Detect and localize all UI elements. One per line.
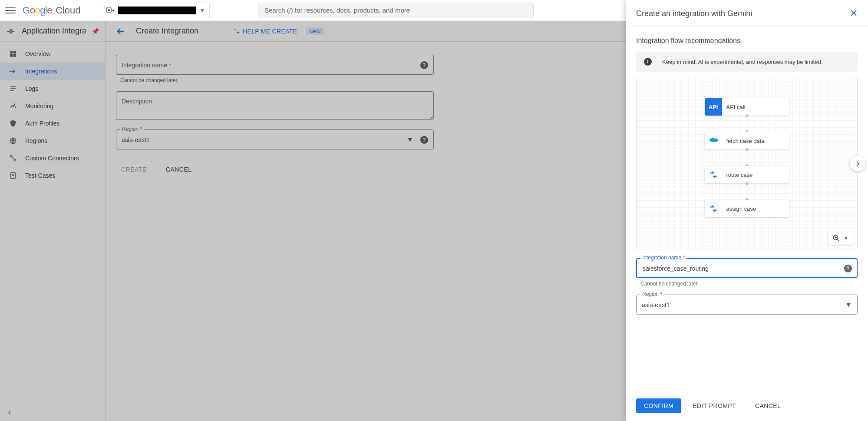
gemini-side-panel: Create an integration with Gemini ✕ Inte… <box>626 0 868 421</box>
panel-name-hint: Cannot be changed later. <box>640 281 858 287</box>
panel-cancel-button[interactable]: CANCEL <box>747 398 789 413</box>
panel-name-input[interactable] <box>642 265 844 272</box>
flow-wrapper: API API call fetch case data <box>636 78 858 249</box>
project-name-redacted <box>118 7 196 14</box>
node-label: fetch case data <box>722 138 765 144</box>
project-icon: ⦿• <box>106 7 115 14</box>
flow-node-api-call[interactable]: API API call <box>705 98 789 116</box>
node-label: assign case <box>722 206 756 212</box>
cloud-word: Cloud <box>56 5 80 16</box>
svg-line-15 <box>837 239 839 241</box>
ai-disclaimer-banner: i Keep in mind, AI is experimental, and … <box>636 52 858 72</box>
chevron-down-icon: ▼ <box>200 7 205 13</box>
project-selector[interactable]: ⦿• ▼ <box>101 3 210 18</box>
salesforce-icon <box>705 132 722 149</box>
flow-node-route-case[interactable]: route case <box>705 166 789 183</box>
panel-region-field[interactable]: Region * asia-east1 ▼ <box>636 295 858 315</box>
nav-menu-icon[interactable] <box>5 5 16 16</box>
panel-subtitle: Integration flow recommendations <box>636 37 858 45</box>
mapping-icon <box>705 166 722 183</box>
flow-canvas[interactable]: API API call fetch case data <box>636 78 858 249</box>
api-icon: API <box>705 98 722 116</box>
close-icon[interactable]: ✕ <box>848 6 859 21</box>
flow-connector <box>747 116 747 132</box>
mapping-icon <box>705 200 722 217</box>
chevron-down-icon: ▼ <box>844 235 848 241</box>
flow-node-fetch-case[interactable]: fetch case data <box>705 132 789 149</box>
google-word: Google <box>23 5 52 16</box>
region-label: Region * <box>640 291 664 297</box>
banner-text: Keep in mind, AI is experimental, and re… <box>662 59 822 65</box>
confirm-button[interactable]: CONFIRM <box>636 398 681 413</box>
google-cloud-logo[interactable]: Google Cloud <box>23 5 81 16</box>
panel-form: Integration name * ? Cannot be changed l… <box>636 258 858 315</box>
panel-footer: CONFIRM EDIT PROMPT CANCEL <box>626 391 868 421</box>
name-label: Integration name * <box>640 255 686 261</box>
search-input[interactable]: Search (/) for resources, docs, products… <box>258 3 534 18</box>
node-label: route case <box>722 172 753 178</box>
panel-integration-name-field[interactable]: Integration name * ? <box>636 258 858 278</box>
node-label: API call <box>722 104 746 110</box>
panel-header: Create an integration with Gemini ✕ <box>626 0 868 27</box>
flow-connector <box>747 149 747 166</box>
info-icon: i <box>644 58 652 66</box>
flow-connector <box>747 183 747 200</box>
panel-title: Create an integration with Gemini <box>636 9 752 18</box>
edit-prompt-button[interactable]: EDIT PROMPT <box>685 398 744 413</box>
help-icon[interactable]: ? <box>844 265 852 272</box>
zoom-control[interactable]: ▼ <box>828 232 853 245</box>
chevron-down-icon: ▼ <box>845 301 852 309</box>
flow-node-assign-case[interactable]: assign case <box>705 200 789 217</box>
region-value: asia-east1 <box>642 302 845 308</box>
panel-body: Integration flow recommendations i Keep … <box>626 27 868 391</box>
search-placeholder: Search (/) for resources, docs, products… <box>264 7 410 14</box>
zoom-in-icon <box>832 234 840 242</box>
next-recommendation-button[interactable] <box>850 156 865 172</box>
